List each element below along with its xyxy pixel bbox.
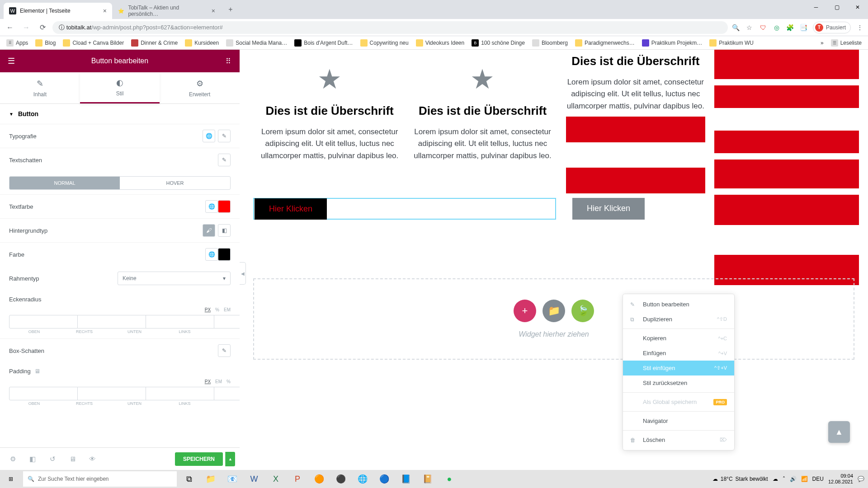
bookmark-overflow-icon[interactable]: »: [818, 38, 826, 48]
state-normal[interactable]: NORMAL: [9, 177, 120, 189]
tab-style[interactable]: ◐Stil: [80, 72, 160, 103]
scroll-top-button[interactable]: ▲: [828, 421, 850, 443]
ctx-reset-style[interactable]: Stil zurücksetzen: [623, 375, 734, 390]
hamburger-icon[interactable]: ☰: [0, 56, 23, 66]
url-input[interactable]: ⓘ tobitalk.at/wp-admin/post.php?post=627…: [52, 21, 728, 34]
ctx-duplicate[interactable]: ⧉Duplizieren^⇧D: [623, 312, 734, 327]
new-tab-button[interactable]: +: [224, 3, 237, 16]
menu-icon[interactable]: ⋮: [855, 23, 864, 32]
extension-icon[interactable]: ◎: [772, 23, 781, 32]
history-icon[interactable]: ↺: [44, 451, 61, 467]
column-1[interactable]: ★ Dies ist die Überschrift Lorem ipsum d…: [253, 54, 406, 193]
add-section-area[interactable]: + 📁 🍃 Widget hierher ziehen: [253, 278, 854, 360]
app-icon[interactable]: 🟠: [308, 470, 330, 488]
ctx-delete[interactable]: 🗑Löschen⌦: [623, 432, 734, 447]
bookmark-item[interactable]: Videokurs Ideen: [413, 38, 467, 48]
unit-pct[interactable]: %: [215, 307, 219, 312]
responsive-mode-icon[interactable]: 🖥: [64, 451, 80, 467]
tab-content[interactable]: ✎Inhalt: [0, 72, 80, 103]
zoom-icon[interactable]: 🔍: [731, 23, 741, 32]
edit-icon[interactable]: ✎: [218, 154, 231, 166]
image-flag[interactable]: [714, 50, 859, 79]
bookmark-item[interactable]: B100 schöne Dinge: [469, 38, 528, 48]
taskbar-clock[interactable]: 09:0412.08.2021: [828, 473, 853, 485]
edit-icon[interactable]: ✎: [218, 344, 231, 357]
bordertype-select[interactable]: Keine▾: [118, 272, 231, 285]
radius-top[interactable]: [9, 315, 78, 328]
bookmark-item[interactable]: Paradigmenwechs…: [572, 38, 637, 48]
bookmark-item[interactable]: Dinner & Crime: [128, 38, 180, 48]
settings-icon[interactable]: ⚙: [5, 451, 21, 467]
responsive-icon[interactable]: 🖥: [34, 368, 40, 375]
extensions-menu-icon[interactable]: 🧩: [786, 23, 795, 32]
ctx-edit[interactable]: ✎Button bearbeiten: [623, 297, 734, 312]
color-swatch-text[interactable]: [218, 200, 231, 213]
preview-icon[interactable]: 👁: [84, 451, 100, 467]
tray-lang[interactable]: DEU: [812, 476, 824, 482]
bookmark-item[interactable]: Social Media Mana…: [223, 38, 290, 48]
start-button[interactable]: ⊞: [0, 470, 22, 488]
word-icon[interactable]: W: [243, 470, 265, 488]
padding-right[interactable]: [78, 387, 146, 400]
ctx-navigator[interactable]: Navigator: [623, 413, 734, 428]
unit-px[interactable]: PX: [205, 379, 211, 384]
taskbar-weather[interactable]: ☁ 18°C Stark bewölkt: [712, 476, 768, 482]
app-icon[interactable]: 📘: [395, 470, 417, 488]
tab-advanced[interactable]: ⚙Erweitert: [160, 72, 240, 103]
unit-pct[interactable]: %: [226, 379, 231, 384]
bookmark-item[interactable]: Blog: [33, 38, 58, 48]
edge-icon[interactable]: 🔵: [373, 470, 395, 488]
mail-icon[interactable]: 📧: [222, 470, 243, 488]
button-widget-selected[interactable]: Hier Klicken: [253, 198, 556, 220]
extension-icon[interactable]: 🛡: [759, 23, 768, 32]
section-button[interactable]: ▼Button: [0, 104, 240, 124]
unit-px[interactable]: PX: [205, 307, 211, 312]
bookmark-item[interactable]: Praktikum Projekm…: [639, 38, 705, 48]
padding-bottom[interactable]: [146, 387, 214, 400]
explorer-icon[interactable]: 📁: [200, 470, 222, 488]
collapse-panel-handle[interactable]: ◀: [240, 262, 246, 285]
text[interactable]: Lorem ipsum dolor sit amet, consectetur …: [260, 126, 399, 162]
radius-bottom[interactable]: [146, 315, 214, 328]
tray-onedrive-icon[interactable]: ☁: [773, 476, 778, 482]
column-2[interactable]: ★ Dies ist die Überschrift Lorem ipsum d…: [406, 54, 559, 193]
close-window-button[interactable]: ✕: [847, 0, 868, 14]
ctx-paste-style[interactable]: Stil einfügen^⇧+V: [623, 361, 734, 375]
add-template-icon[interactable]: 📁: [542, 300, 565, 322]
tray-chevron-icon[interactable]: ˄: [783, 476, 785, 482]
tray-volume-icon[interactable]: 🔊: [790, 476, 797, 482]
reading-list-icon[interactable]: 📑: [799, 23, 808, 32]
padding-top[interactable]: [9, 387, 78, 400]
excel-icon[interactable]: X: [265, 470, 287, 488]
add-section-icon[interactable]: +: [514, 300, 536, 322]
button-element[interactable]: Hier Klicken: [255, 198, 327, 220]
globe-icon[interactable]: 🌐: [205, 200, 218, 213]
heading[interactable]: Dies ist die Überschrift: [260, 104, 399, 118]
maximize-button[interactable]: ▢: [826, 0, 847, 14]
edit-icon[interactable]: ✎: [218, 130, 231, 142]
state-hover[interactable]: HOVER: [120, 177, 230, 189]
bookmark-item[interactable]: Copywriting neu: [358, 38, 411, 48]
forward-button[interactable]: →: [20, 21, 33, 34]
image-flag[interactable]: [714, 85, 859, 153]
bookmark-item[interactable]: Kursideen: [182, 38, 222, 48]
minimize-button[interactable]: ─: [806, 0, 826, 14]
gradient-bg-icon[interactable]: ◧: [218, 224, 231, 237]
image-flag[interactable]: [566, 117, 705, 193]
reading-list-button[interactable]: ☰Leseliste: [828, 38, 864, 48]
obs-icon[interactable]: ⚫: [330, 470, 352, 488]
unit-em[interactable]: EM: [215, 379, 222, 384]
navigator-icon[interactable]: ◧: [24, 451, 41, 467]
chrome-icon[interactable]: 🌐: [352, 470, 373, 488]
text[interactable]: Lorem ipsum dolor sit amet, consectetur …: [413, 126, 552, 162]
ctx-paste[interactable]: Einfügen^+V: [623, 346, 734, 361]
close-icon[interactable]: ×: [212, 7, 215, 14]
globe-icon[interactable]: 🌐: [205, 248, 218, 261]
save-options-caret[interactable]: ▲: [225, 452, 235, 466]
powerpoint-icon[interactable]: P: [287, 470, 308, 488]
app-icon[interactable]: 📔: [417, 470, 439, 488]
browser-tab-1[interactable]: ⭐ TobiTalk – Aktien und persönlich… ×: [112, 3, 221, 19]
spotify-icon[interactable]: ●: [439, 470, 460, 488]
bookmark-apps[interactable]: ⠿Apps: [4, 38, 31, 48]
save-button[interactable]: SPEICHERN: [175, 452, 223, 466]
